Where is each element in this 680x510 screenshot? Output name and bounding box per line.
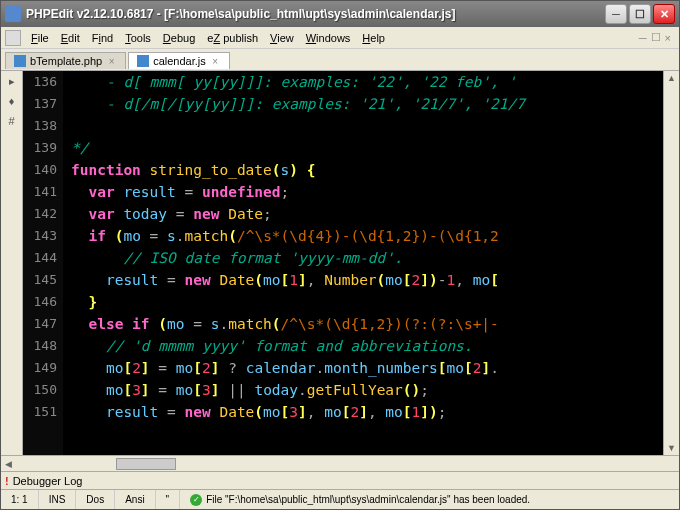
scrollbar-thumb[interactable] — [116, 458, 176, 470]
log-title: Debugger Log — [13, 475, 83, 487]
editor-area: ▸ ♦ # 1361371381391401411421431441451461… — [1, 71, 679, 455]
menu-file[interactable]: File — [25, 30, 55, 46]
menu-tools[interactable]: Tools — [119, 30, 157, 46]
menu-windows[interactable]: Windows — [300, 30, 357, 46]
minimize-button[interactable]: ─ — [605, 4, 627, 24]
titlebar[interactable]: PHPEdit v2.12.10.6817 - [F:\home\sa\publ… — [1, 1, 679, 27]
log-panel-header[interactable]: ! Debugger Log — [1, 471, 679, 489]
status-message: ✓ File "F:\home\sa\public_html\upt\sys\a… — [180, 490, 679, 509]
hash-icon[interactable]: # — [5, 115, 19, 129]
menu-debug[interactable]: Debug — [157, 30, 201, 46]
tab-close-icon[interactable]: × — [106, 56, 117, 67]
tab-calendar[interactable]: calendar.js × — [128, 52, 230, 69]
tab-label: calendar.js — [153, 55, 206, 67]
close-button[interactable]: ✕ — [653, 4, 675, 24]
status-eol: Dos — [76, 490, 115, 509]
tab-restore-icon[interactable]: ☐ — [651, 31, 661, 44]
php-file-icon — [14, 55, 26, 67]
marker-icon[interactable]: ♦ — [5, 95, 19, 109]
warning-icon: ! — [5, 475, 9, 487]
vertical-scrollbar[interactable] — [663, 71, 679, 455]
app-icon — [5, 6, 21, 22]
menu-view[interactable]: View — [264, 30, 300, 46]
menubar: File Edit Find Tools Debug eZ publish Vi… — [1, 27, 679, 49]
code-editor[interactable]: - d[ mmm[ yy[yy]]]: examples: '22', '22 … — [63, 71, 663, 455]
menu-find[interactable]: Find — [86, 30, 119, 46]
menu-help[interactable]: Help — [356, 30, 391, 46]
menu-edit[interactable]: Edit — [55, 30, 86, 46]
tab-label: bTemplate.php — [30, 55, 102, 67]
check-icon: ✓ — [190, 494, 202, 506]
tab-btemplate[interactable]: bTemplate.php × — [5, 52, 126, 69]
editor-left-rail: ▸ ♦ # — [1, 71, 23, 455]
window-title: PHPEdit v2.12.10.6817 - [F:\home\sa\publ… — [26, 7, 603, 21]
status-cursor-pos: 1: 1 — [1, 490, 39, 509]
status-marker: " — [156, 490, 181, 509]
file-icon[interactable] — [5, 30, 21, 46]
statusbar: 1: 1 INS Dos Ansi " ✓ File "F:\home\sa\p… — [1, 489, 679, 509]
app-window: PHPEdit v2.12.10.6817 - [F:\home\sa\publ… — [0, 0, 680, 510]
menu-ez[interactable]: eZ publish — [201, 30, 264, 46]
horizontal-scrollbar[interactable]: ◀ — [1, 455, 679, 471]
js-file-icon — [137, 55, 149, 67]
line-number-gutter: 1361371381391401411421431441451461471481… — [23, 71, 63, 455]
maximize-button[interactable]: ☐ — [629, 4, 651, 24]
tab-close-icon[interactable]: × — [210, 56, 221, 67]
tab-minimize-icon[interactable]: ─ — [639, 32, 647, 44]
status-encoding: Ansi — [115, 490, 155, 509]
tabbar: bTemplate.php × calendar.js × — [1, 49, 679, 71]
bookmark-icon[interactable]: ▸ — [5, 75, 19, 89]
tab-close-icon[interactable]: × — [665, 32, 671, 44]
status-insert-mode: INS — [39, 490, 77, 509]
